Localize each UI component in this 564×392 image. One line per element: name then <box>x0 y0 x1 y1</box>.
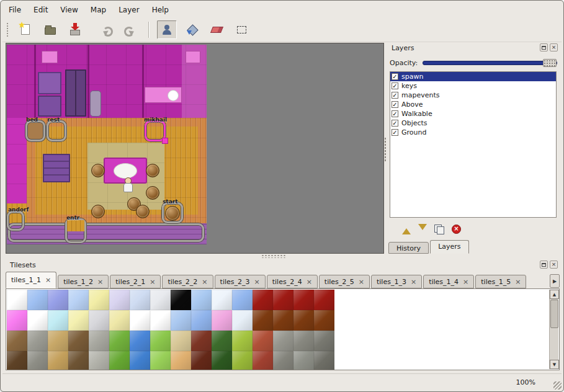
tileset-tile[interactable] <box>191 290 212 310</box>
tab-scroll-right-button[interactable]: ▶ <box>550 274 560 288</box>
tileset-tile[interactable] <box>89 331 109 351</box>
layer-visibility-checkbox[interactable]: ✓ <box>392 120 398 127</box>
redo-button[interactable] <box>121 20 141 39</box>
tileset-tile[interactable] <box>109 331 130 351</box>
toolbar-drag-handle[interactable] <box>6 22 9 37</box>
map-object-start[interactable] <box>162 202 183 223</box>
tileset-tile[interactable] <box>273 331 293 351</box>
tab-close-icon[interactable]: × <box>254 278 259 285</box>
tileset-tile[interactable] <box>253 290 273 310</box>
undo-button[interactable] <box>96 20 116 39</box>
tileset-tile[interactable] <box>130 331 150 351</box>
tileset-tile[interactable] <box>314 290 334 310</box>
tileset-tile[interactable] <box>7 290 27 310</box>
tileset-tile[interactable] <box>212 331 232 351</box>
scrollbar-thumb[interactable] <box>550 300 558 328</box>
tileset-tile[interactable] <box>191 351 212 370</box>
tileset-tile[interactable] <box>89 351 109 370</box>
map-object-rest[interactable] <box>47 120 66 141</box>
tileset-tile[interactable] <box>150 351 171 370</box>
raise-layer-button[interactable] <box>402 224 411 234</box>
tab-close-icon[interactable]: × <box>463 278 468 285</box>
tileset-tab-tiles_1_5[interactable]: tiles_1_5× <box>475 275 526 288</box>
tileset-tile[interactable] <box>109 290 130 310</box>
map-object-corridor[interactable] <box>8 223 204 242</box>
layer-visibility-checkbox[interactable]: ✓ <box>392 101 398 108</box>
tileset-tile[interactable] <box>150 331 171 351</box>
tileset-tab-tiles_2_3[interactable]: tiles_2_3× <box>215 275 266 288</box>
tileset-tile[interactable] <box>130 310 150 331</box>
tab-close-icon[interactable]: × <box>411 278 416 285</box>
rect-select-button[interactable] <box>231 20 251 39</box>
tileset-tile[interactable] <box>314 310 334 331</box>
close-panel-button[interactable]: × <box>550 43 558 51</box>
stamp-tool-button[interactable] <box>157 20 177 39</box>
tileset-tab-tiles_2_2[interactable]: tiles_2_2× <box>162 275 213 288</box>
tileset-tile[interactable] <box>232 290 253 310</box>
menu-edit[interactable]: Edit <box>27 3 54 17</box>
float-panel-button[interactable] <box>540 43 548 51</box>
tileset-tile[interactable] <box>293 351 314 370</box>
tileset-tile[interactable] <box>293 331 314 351</box>
tileset-tile[interactable] <box>171 310 191 331</box>
tileset-tile[interactable] <box>314 331 334 351</box>
save-file-button[interactable] <box>65 20 85 39</box>
eraser-button[interactable] <box>207 20 226 39</box>
tileset-tile[interactable] <box>171 351 191 370</box>
lower-layer-button[interactable] <box>418 224 427 234</box>
tileset-tab-tiles_2_5[interactable]: tiles_2_5× <box>319 275 370 288</box>
tileset-tile[interactable] <box>109 310 130 331</box>
tab-close-icon[interactable]: × <box>359 278 364 285</box>
tileset-tile[interactable] <box>253 310 273 331</box>
tileset-tab-tiles_2_4[interactable]: tiles_2_4× <box>267 275 318 288</box>
layer-row-spawn[interactable]: ✓spawn <box>390 72 556 81</box>
tileset-tile[interactable] <box>232 351 253 370</box>
tileset-tile[interactable] <box>48 310 68 331</box>
tileset-tab-tiles_1_3[interactable]: tiles_1_3× <box>371 275 422 288</box>
new-file-button[interactable] <box>16 20 35 39</box>
tileset-tile[interactable] <box>27 351 48 370</box>
tab-close-icon[interactable]: × <box>97 278 103 285</box>
tileset-tile[interactable] <box>48 290 68 310</box>
map-object-mikhail[interactable] <box>145 120 166 141</box>
tileset-tile[interactable] <box>253 331 273 351</box>
tileset-view[interactable]: ▲ ▼ <box>6 288 560 370</box>
tileset-tab-tiles_1_4[interactable]: tiles_1_4× <box>423 275 474 288</box>
tileset-tab-tiles_2_1[interactable]: tiles_2_1× <box>110 275 161 288</box>
tab-layers[interactable]: Layers <box>430 240 468 254</box>
menu-map[interactable]: Map <box>84 3 112 17</box>
resize-grip[interactable] <box>553 381 562 390</box>
close-panel-button[interactable]: × <box>550 261 558 269</box>
tileset-tile[interactable] <box>191 310 212 331</box>
tileset-tile[interactable] <box>273 290 293 310</box>
tab-close-icon[interactable]: × <box>150 278 155 285</box>
tileset-tile[interactable] <box>68 310 89 331</box>
tileset-tile[interactable] <box>7 351 27 370</box>
map-object-bed[interactable] <box>25 120 45 141</box>
scroll-up-button[interactable]: ▲ <box>550 290 559 299</box>
tileset-tile[interactable] <box>171 290 191 310</box>
menu-layer[interactable]: Layer <box>112 3 145 17</box>
opacity-slider-handle[interactable] <box>543 59 557 67</box>
layer-row-Ground[interactable]: ✓Ground <box>390 128 556 137</box>
tileset-tile[interactable] <box>68 331 89 351</box>
map-canvas[interactable]: bed rest mikhail start andorf entr <box>6 43 384 254</box>
map-object-entr[interactable] <box>65 218 86 243</box>
tileset-scrollbar[interactable]: ▲ ▼ <box>549 290 558 369</box>
tileset-tile[interactable] <box>314 351 334 370</box>
layer-row-Objects[interactable]: ✓Objects <box>390 118 556 128</box>
open-file-button[interactable] <box>40 20 60 39</box>
duplicate-layer-button[interactable] <box>434 225 444 233</box>
opacity-slider[interactable] <box>423 57 557 68</box>
tileset-tile[interactable] <box>273 351 293 370</box>
bucket-fill-button[interactable] <box>182 20 202 39</box>
tileset-tile[interactable] <box>130 290 150 310</box>
tileset-tile[interactable] <box>89 310 109 331</box>
tileset-tile[interactable] <box>212 351 232 370</box>
tileset-tile[interactable] <box>212 310 232 331</box>
tileset-tile[interactable] <box>191 331 212 351</box>
menu-view[interactable]: View <box>54 3 84 17</box>
tileset-tile[interactable] <box>7 310 27 331</box>
tab-close-icon[interactable]: × <box>515 278 521 285</box>
layer-row-mapevents[interactable]: ✓mapevents <box>390 91 556 100</box>
